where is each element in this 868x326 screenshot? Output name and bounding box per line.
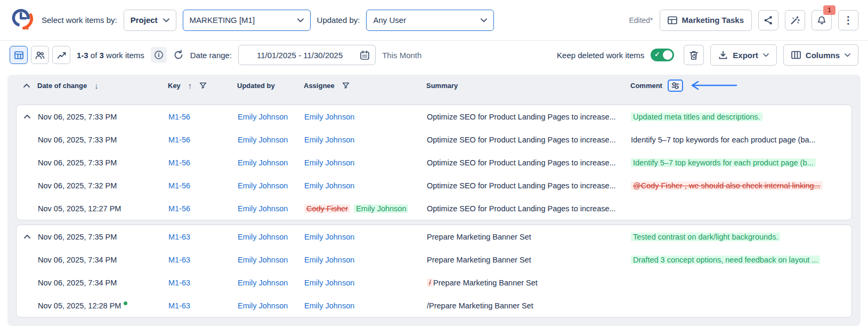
updated-by-user-link[interactable]: Emily Johnson [238, 256, 288, 264]
text-segment: Optimize SEO for Product Landing Pages t… [427, 113, 616, 121]
people-view-button[interactable] [31, 46, 49, 64]
column-header-updated-by: Updated by [237, 82, 275, 90]
chart-view-button[interactable] [52, 46, 70, 64]
change-date: Nov 06, 2025, 7:35 PM [38, 233, 117, 241]
updated-by-user-link[interactable]: Emily Johnson [238, 113, 288, 121]
text-segment: Optimize SEO for Product Landing Pages t… [427, 204, 616, 213]
user-link[interactable]: Emily Johnson [304, 256, 354, 264]
work-item-key-link[interactable]: M1-56 [168, 158, 190, 167]
filter-funnel-icon[interactable] [199, 82, 207, 89]
sort-up-icon[interactable]: ↑ [188, 81, 192, 90]
updated-by-user-link[interactable]: Emily Johnson [238, 204, 288, 213]
work-item-key-link[interactable]: M1-56 [168, 136, 190, 144]
change-date: Nov 05, 2025, 12:28 PM [38, 301, 121, 310]
more-menu-button[interactable]: ⋮ [838, 10, 858, 30]
text-segment: Optimize SEO for Product Landing Pages t… [427, 136, 616, 144]
updated-by-user-link[interactable]: Emily Johnson [238, 279, 288, 287]
comment-settings-sliders-icon [671, 82, 679, 89]
annotation-arrow-left-icon [688, 81, 737, 90]
column-header-assignee: Assignee [304, 82, 335, 90]
project-select-value: MARKETING [M1] [190, 15, 255, 25]
collapse-group-chevron-icon[interactable] [17, 114, 38, 119]
select-work-items-label: Select work items by: [42, 15, 117, 25]
info-icon [154, 50, 164, 60]
filter-funnel-icon[interactable] [342, 82, 350, 89]
comment-cell: Identify 5–7 top keywords for each produ… [631, 136, 851, 144]
updated-by-select-value: Any User [373, 15, 406, 25]
export-button[interactable]: Export [710, 44, 777, 66]
updated-by-user-link[interactable]: Emily Johnson [238, 301, 288, 310]
date-range-input[interactable]: 11/01/2025 - 11/30/2025 [238, 45, 376, 65]
comment-cell: Drafted 3 concept options, need feedback… [631, 256, 851, 264]
user-link[interactable]: Emily Johnson [304, 158, 354, 167]
collapse-group-chevron-icon[interactable] [17, 234, 38, 239]
table-view-icon [14, 51, 23, 59]
toolbar: 1-3 of 3 work items Date range: 11/01/20… [0, 41, 868, 69]
project-select[interactable]: MARKETING [M1] [183, 10, 311, 31]
user-link[interactable]: Emily Johnson [304, 181, 354, 190]
column-header-comment: Comment [630, 82, 662, 90]
table-row: Nov 05, 2025, 12:27 PMM1-56Emily Johnson… [17, 197, 851, 220]
table-row: Nov 06, 2025, 7:35 PMM1-63Emily JohnsonE… [17, 225, 851, 248]
table-view-button[interactable] [10, 46, 28, 64]
updated-by-user-link[interactable]: Emily Johnson [238, 158, 288, 167]
saved-view-button[interactable]: Marketing Tasks [660, 10, 752, 31]
updated-by-user-link[interactable]: Emily Johnson [238, 181, 288, 190]
work-item-key-link[interactable]: M1-56 [168, 181, 190, 190]
chevron-down-icon [845, 53, 850, 57]
updated-by-select[interactable]: Any User [366, 10, 494, 31]
updated-by-user-link[interactable]: Emily Johnson [238, 233, 288, 241]
refresh-button[interactable] [173, 50, 184, 60]
export-label: Export [733, 51, 758, 60]
text-segment: Optimize SEO for Product Landing Pages t… [427, 181, 616, 190]
keep-deleted-toggle[interactable]: ✓ [651, 49, 674, 61]
text-segment: Prepare Marketing Banner Set [427, 256, 531, 264]
change-date: Nov 06, 2025, 7:33 PM [38, 136, 117, 144]
comment-settings-button[interactable] [668, 79, 683, 92]
work-item-group: Nov 06, 2025, 7:35 PMM1-63Emily JohnsonE… [16, 225, 852, 317]
user-link[interactable]: Emily Johnson [304, 136, 354, 144]
updated-by-user-link[interactable]: Emily Johnson [238, 136, 288, 144]
work-item-key-link[interactable]: M1-56 [168, 113, 190, 121]
scope-dropdown[interactable]: Project [124, 10, 176, 31]
assignee-cell: Emily Johnson [304, 113, 427, 121]
share-icon [764, 15, 773, 25]
user-link[interactable]: Emily Johnson [304, 301, 354, 310]
date-range-value: 11/01/2025 - 11/30/2025 [244, 51, 355, 60]
share-button[interactable] [758, 10, 778, 30]
user-link[interactable]: Emily Johnson [304, 279, 354, 287]
table-body: Nov 06, 2025, 7:33 PMM1-56Emily JohnsonE… [7, 105, 861, 317]
summary-cell: Optimize SEO for Product Landing Pages t… [427, 113, 631, 121]
table-row: Nov 06, 2025, 7:33 PMM1-56Emily JohnsonE… [17, 151, 851, 174]
assignee-cell: Emily Johnson [304, 279, 427, 287]
chart-view-icon [57, 51, 66, 59]
comment-cell: @Cody Fisher , we should also check inte… [631, 181, 851, 190]
table-row: Nov 06, 2025, 7:34 PMM1-63Emily JohnsonE… [17, 271, 851, 294]
notifications-button[interactable]: 1 [812, 10, 832, 30]
collapse-all-chevron-icon[interactable] [16, 83, 37, 88]
work-item-key-link[interactable]: M1-63 [168, 256, 190, 264]
sort-down-icon[interactable]: ↓ [94, 81, 99, 90]
info-button[interactable] [151, 47, 167, 63]
summary-cell: Optimize SEO for Product Landing Pages t… [427, 181, 631, 190]
assignee-cell: Cody FisherEmily Johnson [304, 204, 427, 213]
columns-icon [791, 51, 801, 59]
assignee-cell: Emily Johnson [304, 158, 427, 167]
work-item-group: Nov 06, 2025, 7:33 PMM1-56Emily JohnsonE… [16, 105, 852, 220]
columns-button[interactable]: Columns [783, 44, 858, 66]
work-item-key-link[interactable]: M1-63 [168, 233, 190, 241]
app-logo-clock-icon [10, 7, 35, 34]
view-switcher [10, 46, 70, 64]
notification-count-badge: 1 [823, 5, 835, 15]
user-link[interactable]: Emily Johnson [304, 233, 354, 241]
work-item-key-link[interactable]: M1-56 [168, 204, 190, 213]
user-link[interactable]: Emily Johnson [304, 113, 354, 121]
ai-assist-button[interactable] [785, 10, 805, 30]
work-item-key-link[interactable]: M1-63 [168, 301, 190, 310]
text-segment: Cody Fisher [304, 204, 350, 213]
delete-button[interactable] [684, 45, 704, 65]
work-item-key-link[interactable]: M1-63 [168, 279, 190, 287]
text-segment: Updated meta titles and descriptions. [631, 113, 762, 121]
updated-by-label: Updated by: [317, 15, 360, 25]
summary-cell: /Prepare Marketing Banner Set [427, 301, 631, 310]
